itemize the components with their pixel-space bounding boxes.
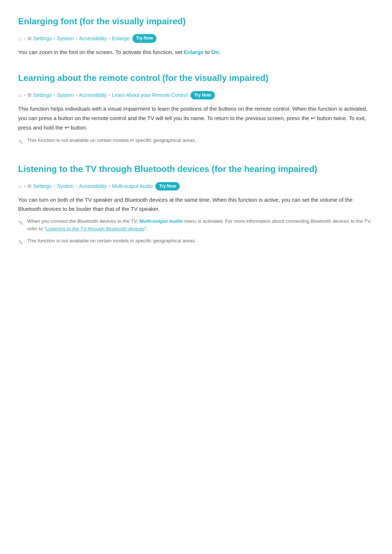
section2-body-end: button. xyxy=(69,124,87,131)
back-arrow-1: ↩ xyxy=(311,114,315,123)
home-icon-3[interactable]: ⌂ xyxy=(18,182,21,190)
section-enlarging-font: Enlarging font (for the visually impaire… xyxy=(18,15,374,57)
home-icon-2[interactable]: ⌂ xyxy=(18,91,21,99)
settings-gear-icon-2: ⚙ xyxy=(27,91,32,99)
section1-enlarge-highlight: Enlarge xyxy=(184,49,204,55)
section1-title: Enlarging font (for the visually impaire… xyxy=(18,15,374,28)
back-arrow-2: ↩ xyxy=(65,123,69,132)
section2-note-text: This function is not available on certai… xyxy=(27,137,196,144)
section3-note2: ✎ This function is not available on cert… xyxy=(18,237,374,248)
section3-note2-text: This function is not available on certai… xyxy=(27,237,196,245)
section3-title: Listening to the TV through Bluetooth de… xyxy=(18,162,374,176)
breadcrumb2-accessibility[interactable]: Accessibility xyxy=(79,91,107,99)
sep3-3: › xyxy=(75,182,77,190)
separator1: › xyxy=(24,35,25,42)
settings-gear-icon-3: ⚙ xyxy=(27,182,32,190)
breadcrumb3-system[interactable]: System xyxy=(57,182,74,190)
section3-note1-prefix: When you connect the Bluetooth devices t… xyxy=(27,218,139,224)
section3-note1: ✎ When you connect the Bluetooth devices… xyxy=(18,218,374,233)
breadcrumb2-settings[interactable]: Settings xyxy=(33,91,52,99)
section2-body: This function helps individuals with a v… xyxy=(18,104,374,133)
sep2-2: › xyxy=(53,91,55,99)
section3-body: You can turn on both of the TV speaker a… xyxy=(18,196,374,214)
try-now-badge-1[interactable]: Try Now xyxy=(132,34,157,42)
section2-title: Learning about the remote control (for t… xyxy=(18,71,374,85)
pencil-icon-1: ✎ xyxy=(18,137,24,148)
section1-body-text: You can zoom in the font on the screen. … xyxy=(18,49,184,55)
sep2-1: › xyxy=(24,91,25,99)
sep3-2: › xyxy=(53,182,55,190)
bluetooth-link[interactable]: Listening to the TV through Bluetooth de… xyxy=(46,226,144,231)
section1-breadcrumb: ⌂ › ⚙ Settings › System › Accessibility … xyxy=(18,34,374,42)
section1-body-middle: to xyxy=(204,49,211,55)
try-now-badge-2[interactable]: Try Now xyxy=(191,91,215,99)
try-now-badge-3[interactable]: Try Now xyxy=(155,182,180,190)
section1-on-highlight: On xyxy=(211,49,219,55)
section3-note1-end: ". xyxy=(145,226,148,231)
breadcrumb-system[interactable]: System xyxy=(57,34,74,42)
section-bluetooth: Listening to the TV through Bluetooth de… xyxy=(18,162,374,248)
section3-note1-text: When you connect the Bluetooth devices t… xyxy=(27,218,374,233)
breadcrumb-accessibility[interactable]: Accessibility xyxy=(79,34,107,42)
breadcrumb3-accessibility[interactable]: Accessibility xyxy=(79,182,107,190)
section1-body-end: . xyxy=(219,49,220,55)
breadcrumb2-learn[interactable]: Learn About your Remote Control xyxy=(112,91,188,99)
sep2-3: › xyxy=(75,91,77,99)
section3-breadcrumb: ⌂ › ⚙ Settings › System › Accessibility … xyxy=(18,182,374,190)
section-remote-control: Learning about the remote control (for t… xyxy=(18,71,374,148)
separator2: › xyxy=(53,35,55,42)
section2-note: ✎ This function is not available on cert… xyxy=(18,137,374,148)
breadcrumb3-multi-output[interactable]: Multi-output Audio xyxy=(112,182,152,190)
home-icon[interactable]: ⌂ xyxy=(18,34,21,42)
section1-body: You can zoom in the font on the screen. … xyxy=(18,48,374,57)
breadcrumb3-settings[interactable]: Settings xyxy=(33,182,52,190)
pencil-icon-3: ✎ xyxy=(18,238,24,248)
separator3: › xyxy=(75,35,77,42)
sep3-1: › xyxy=(24,182,25,190)
breadcrumb2-system[interactable]: System xyxy=(57,91,74,99)
section2-breadcrumb: ⌂ › ⚙ Settings › System › Accessibility … xyxy=(18,91,374,99)
settings-gear-icon: ⚙ xyxy=(27,34,32,42)
pencil-icon-2: ✎ xyxy=(18,218,24,229)
breadcrumb-settings[interactable]: Settings xyxy=(33,34,52,42)
separator4: › xyxy=(109,35,110,42)
sep3-4: › xyxy=(109,182,110,190)
section3-multi-output-highlight: Multi-output Audio xyxy=(139,218,183,224)
sep2-4: › xyxy=(109,91,110,99)
breadcrumb-enlarge[interactable]: Enlarge xyxy=(112,34,129,42)
